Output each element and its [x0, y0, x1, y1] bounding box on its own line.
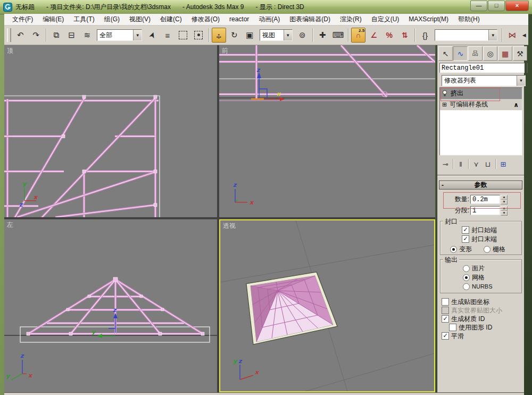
pivot-center-icon: ⊚ — [299, 30, 306, 40]
mapping-checkbox[interactable] — [442, 298, 449, 306]
patch-radio[interactable] — [463, 265, 470, 272]
spinner-down-icon[interactable]: ▼ — [501, 211, 508, 216]
menu-graph-editors[interactable]: 图表编辑器(D) — [285, 14, 335, 25]
select-and-move-button[interactable]: ↔ ↕ — [212, 28, 226, 43]
menu-reactor[interactable]: reactor — [225, 14, 254, 25]
viewport-top[interactable]: 顶 y x — [4, 45, 217, 217]
menu-edit[interactable]: 编辑(E) — [38, 14, 69, 25]
percent-snap-button[interactable]: % — [382, 28, 396, 43]
mapping-row: 生成贴图坐标 — [442, 298, 522, 306]
toolbar-overflow-button[interactable]: ◀ — [520, 28, 528, 43]
shapeid-checkbox[interactable] — [449, 324, 456, 331]
viewport-perspective-canvas: y z x — [220, 220, 434, 391]
parameters-rollout-header[interactable]: - 参数 — [439, 180, 522, 190]
mirror-button[interactable]: ⋈ — [505, 28, 519, 43]
use-pivot-center-button[interactable]: ⊚ — [295, 28, 310, 43]
toolbar-separator — [312, 28, 313, 42]
morph-radio[interactable] — [450, 246, 457, 253]
menu-animation[interactable]: 动画(A) — [254, 14, 285, 25]
angle-snap-button[interactable]: ∠ — [367, 28, 381, 43]
object-name-row — [439, 63, 522, 73]
tab-modify[interactable]: ∿ — [453, 46, 468, 61]
mesh-radio[interactable] — [463, 274, 470, 281]
keyboard-override-button[interactable]: ⌨ — [331, 28, 345, 43]
unlink-selection-button[interactable]: ⊟ — [64, 28, 79, 43]
rollout-minus-icon: - — [442, 182, 444, 190]
tab-create[interactable]: ↖ — [438, 46, 453, 61]
tab-motion[interactable]: ◎ — [483, 46, 497, 61]
menu-file[interactable]: 文件(F) — [7, 14, 38, 25]
object-name-field[interactable] — [439, 63, 525, 73]
stack-toolbar: ⊸ ‖ ⋎ ⊔ ⊞ — [439, 158, 522, 170]
viewport-front[interactable]: 前 x z — [219, 45, 435, 217]
pin-stack-button[interactable]: ⊸ — [439, 159, 451, 169]
selection-filter-dropdown[interactable]: 全部 ▼ — [97, 29, 142, 41]
cap-start-checkbox[interactable]: ✓ — [462, 226, 469, 234]
plus-box-icon[interactable]: ⊞ — [442, 101, 447, 108]
grid-radio[interactable] — [484, 246, 491, 253]
bind-to-space-warp-button[interactable]: ≋ — [80, 28, 94, 43]
select-by-name-button[interactable]: ≡ — [160, 28, 174, 43]
screen: 无标题 - 项目文件夹: D:\用户目录\我的文档\3dsmax - Autod… — [0, 0, 532, 395]
menu-views[interactable]: 视图(V) — [124, 14, 155, 25]
object-color-swatch[interactable] — [527, 63, 528, 73]
stack-chevron-icon[interactable]: ∧ — [513, 101, 519, 109]
select-and-rotate-button[interactable]: ↻ — [227, 28, 242, 43]
dropdown-arrow-icon[interactable]: ▼ — [517, 76, 525, 86]
axis-z-label: z — [233, 182, 237, 188]
parameters-rollout-title: 参数 — [475, 181, 487, 188]
select-object-button[interactable]: ➤ — [145, 28, 159, 43]
menu-customize[interactable]: 自定义(U) — [367, 14, 404, 25]
rectangular-selection-button[interactable] — [176, 28, 190, 43]
maximize-button[interactable]: □ — [488, 1, 505, 11]
make-unique-button[interactable]: ⋎ — [470, 159, 482, 169]
undo-button[interactable]: ↶ — [13, 28, 28, 43]
snap-toggle-button[interactable]: ∩ 2.5 — [351, 28, 365, 43]
toolbar-grip[interactable] — [7, 28, 11, 42]
configure-modifier-sets-button[interactable]: ⊞ — [497, 159, 509, 169]
cap-end-checkbox[interactable]: ✓ — [462, 235, 469, 243]
select-arrow-icon: ➤ — [146, 30, 157, 40]
named-selection-sets-button[interactable]: {} — [418, 28, 432, 43]
named-selection-dropdown[interactable]: ▼ — [435, 29, 497, 41]
viewport-top-canvas: y x z — [4, 45, 217, 217]
select-and-manipulate-button[interactable]: ✚ — [315, 28, 330, 43]
menu-modifiers[interactable]: 修改器(O) — [187, 14, 225, 25]
menu-group[interactable]: 组(G) — [99, 14, 124, 25]
minimize-button[interactable]: — — [470, 1, 487, 11]
show-end-result-icon: ‖ — [459, 160, 462, 168]
close-button[interactable]: × — [505, 1, 529, 11]
menu-help[interactable]: 帮助(H) — [453, 14, 485, 25]
tab-display[interactable]: ▦ — [498, 46, 512, 61]
spinner-snap-button[interactable]: ⇅ — [397, 28, 412, 43]
toolbar-separator — [348, 28, 348, 42]
select-and-link-button[interactable]: ⧉ — [49, 28, 63, 43]
menu-tools[interactable]: 工具(T) — [69, 14, 99, 25]
select-and-scale-button[interactable]: ▣ — [243, 28, 257, 43]
menu-rendering[interactable]: 渲染(R) — [335, 14, 367, 25]
command-panel-tabs: ↖ ∿ 品 ◎ ▦ ⚒ — [438, 46, 528, 61]
viewport-perspective[interactable]: 透视 — [219, 219, 435, 392]
nurbs-radio[interactable] — [463, 283, 470, 290]
remove-modifier-button[interactable]: ⊔ — [482, 159, 494, 169]
smooth-checkbox[interactable]: ✓ — [442, 332, 449, 340]
dropdown-arrow-icon[interactable]: ▼ — [488, 30, 497, 40]
tab-hierarchy[interactable]: 品 — [468, 46, 483, 61]
show-end-result-button[interactable]: ‖ — [455, 159, 467, 169]
unlink-icon: ⊟ — [68, 30, 75, 40]
grid-label: 栅格 — [493, 245, 505, 254]
dropdown-arrow-icon[interactable]: ▼ — [133, 30, 142, 40]
menu-maxscript[interactable]: MAXScript(M) — [404, 14, 453, 25]
title-bar[interactable]: 无标题 - 项目文件夹: D:\用户目录\我的文档\3dsmax - Autod… — [0, 0, 532, 14]
stack-toolbar-separator — [468, 159, 469, 169]
dropdown-arrow-icon[interactable]: ▼ — [284, 30, 292, 40]
viewport-left[interactable]: 左 — [4, 219, 217, 392]
reference-coordinate-dropdown[interactable]: 视图 ▼ — [260, 29, 293, 41]
redo-button[interactable]: ↷ — [29, 28, 43, 43]
tab-utilities[interactable]: ⚒ — [513, 46, 527, 61]
window-crossing-icon — [194, 31, 203, 39]
menu-create[interactable]: 创建(C) — [155, 14, 187, 25]
matid-checkbox[interactable]: ✓ — [442, 315, 449, 323]
modifier-list-dropdown[interactable]: 修改器列表 ▼ — [442, 75, 526, 86]
window-crossing-button[interactable] — [192, 28, 206, 43]
